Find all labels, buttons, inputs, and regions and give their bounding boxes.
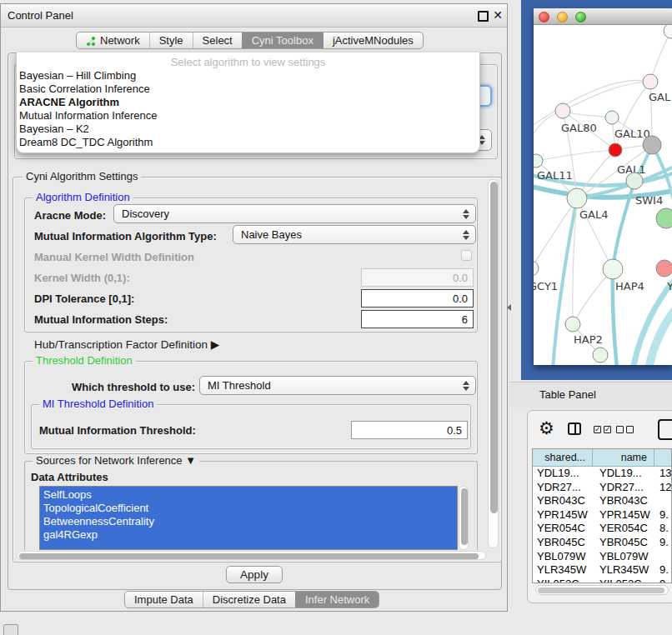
tab-network[interactable]: Network <box>77 32 149 48</box>
table-row[interactable]: YLR345WYLR345W9. <box>533 563 671 578</box>
algorithm-option[interactable]: Mutual Information Inference <box>17 109 479 122</box>
network-node-label: GAL80 <box>561 122 597 134</box>
data-attributes-list[interactable]: SelfLoopsTopologicalCoefficientBetweenne… <box>39 486 458 550</box>
dpi-tolerance-field[interactable]: 0.0 <box>361 289 474 308</box>
table-panel-titlebar[interactable]: Table Panel <box>509 382 672 408</box>
node-table[interactable]: shared... name YDL19...YDL19...13YDR27..… <box>532 448 672 583</box>
table-row[interactable]: YER054CYER054C8. <box>533 522 671 536</box>
network-node[interactable] <box>643 74 658 89</box>
network-node[interactable] <box>593 348 608 362</box>
apply-button[interactable]: Apply <box>226 566 283 583</box>
control-panel-titlebar[interactable]: Control Panel ✕ <box>1 4 507 28</box>
network-node-label: GAL4 <box>579 208 608 221</box>
columns-icon[interactable] <box>568 422 581 435</box>
close-traffic-light-icon[interactable] <box>539 12 549 22</box>
settings-vertical-scrollbar[interactable] <box>488 179 499 548</box>
table-row[interactable]: YDL19...YDL19...13 <box>533 467 671 481</box>
combo-arrows-icon <box>463 380 470 392</box>
network-node[interactable] <box>534 154 543 168</box>
network-node[interactable] <box>643 136 661 154</box>
network-window-titlebar[interactable] <box>534 8 672 25</box>
select-all-checkbox-icon[interactable]: ✓ <box>604 426 611 433</box>
network-node[interactable] <box>565 317 580 332</box>
tab-infer-network[interactable]: Infer Network <box>295 592 379 608</box>
network-node[interactable] <box>555 103 570 118</box>
tab-style[interactable]: Style <box>149 32 193 48</box>
column-header-shared-name[interactable]: shared... <box>533 449 593 466</box>
select-all-checkbox-icon[interactable]: ✓ <box>594 426 601 433</box>
collapse-down-icon[interactable]: ▼ <box>185 454 196 467</box>
tab-discretize-data[interactable]: Discretize Data <box>203 592 295 608</box>
table-cell: 9. <box>654 563 671 578</box>
mi-steps-label: Mutual Information Steps: <box>34 313 168 326</box>
mi-algorithm-type-combo[interactable]: Naive Bayes <box>233 225 476 244</box>
kernel-width-field[interactable]: 0.0 <box>361 268 474 287</box>
network-node[interactable] <box>603 259 623 279</box>
network-node[interactable] <box>664 25 672 38</box>
network-node-label: HAP4 <box>615 280 644 292</box>
table-cell: YBR043C <box>593 494 654 508</box>
table-horizontal-scrollbar[interactable] <box>535 585 669 595</box>
algorithm-option[interactable]: Bayesian – Hill Climbing <box>17 69 479 82</box>
table-horizontal-scrollbar-thumb[interactable] <box>538 588 664 593</box>
network-node[interactable] <box>534 261 539 276</box>
settings-horizontal-scrollbar-thumb[interactable] <box>19 553 479 559</box>
tab-cyni-toolbox[interactable]: Cyni Toolbox <box>242 32 323 48</box>
network-node[interactable] <box>605 111 619 124</box>
table-panel-title: Table Panel <box>539 388 596 401</box>
hub-definition-toggle[interactable]: Hub/Transcription Factor Definition ▶ <box>34 338 219 351</box>
column-header-name[interactable]: name <box>593 449 654 466</box>
table-cell: YBR043C <box>533 494 593 508</box>
network-node[interactable] <box>609 143 622 157</box>
settings-horizontal-scrollbar[interactable] <box>17 551 486 560</box>
network-node[interactable] <box>567 188 587 208</box>
mi-threshold-field[interactable]: 0.5 <box>351 421 468 439</box>
tab-jactivemnodules[interactable]: jActiveMNodules <box>323 32 423 48</box>
tab-select[interactable]: Select <box>193 32 242 48</box>
gear-icon[interactable]: ⚙ <box>539 420 554 438</box>
tab-impute-data[interactable]: Impute Data <box>125 592 203 608</box>
table-row[interactable]: YIL052CYIL052C9. <box>533 578 671 583</box>
deselect-all-checkbox-icon[interactable] <box>626 426 634 433</box>
network-canvas[interactable]: GALGAL80GAL10GAL1SWI4GAL11GAL4GCY1HAP4YH… <box>534 25 672 365</box>
network-window[interactable]: GALGAL80GAL10GAL1SWI4GAL11GAL4GCY1HAP4YH… <box>534 8 672 365</box>
network-node[interactable] <box>626 172 643 189</box>
restore-icon[interactable] <box>478 11 489 22</box>
data-attribute-item[interactable]: gal4RGexp <box>40 528 457 542</box>
minimized-panel-icon[interactable] <box>3 624 18 635</box>
sources-group-label[interactable]: Sources for Network Inference ▼ <box>33 455 199 467</box>
expand-right-icon[interactable]: ▶ <box>211 338 219 351</box>
network-node[interactable] <box>656 260 672 277</box>
close-icon[interactable]: ✕ <box>493 8 503 22</box>
table-row[interactable]: YBR045CYBR045C9. <box>533 536 671 550</box>
table-row[interactable]: YPR145WYPR145W9. <box>533 508 671 522</box>
algorithm-option[interactable]: Bayesian – K2 <box>17 122 479 136</box>
manual-kernel-width-checkbox[interactable] <box>461 250 472 261</box>
minimize-traffic-light-icon[interactable] <box>557 12 568 22</box>
column-header-extra[interactable] <box>654 449 671 466</box>
table-row[interactable]: YDR27...YDR27...12 <box>533 481 671 495</box>
data-attribute-item[interactable]: SelfLoops <box>40 488 457 502</box>
table-row[interactable]: YBR043CYBR043C <box>533 494 671 508</box>
settings-vertical-scrollbar-thumb[interactable] <box>490 182 498 513</box>
which-threshold-combo[interactable]: MI Threshold <box>199 376 476 395</box>
algorithm-option[interactable]: ARACNE Algorithm <box>17 96 479 109</box>
mi-steps-field[interactable]: 6 <box>361 310 474 328</box>
data-attribute-item[interactable]: BetweennessCentrality <box>40 515 457 528</box>
algorithm-option[interactable]: Dream8 DC_TDC Algorithm <box>17 136 479 149</box>
deselect-all-checkbox-icon[interactable] <box>616 426 624 433</box>
attributes-scrollbar[interactable] <box>459 486 469 550</box>
zoom-traffic-light-icon[interactable] <box>575 12 586 22</box>
network-node[interactable] <box>656 208 672 228</box>
panel-mode-icon[interactable] <box>658 419 672 440</box>
aracne-mode-combo[interactable]: Discovery <box>113 204 476 223</box>
network-icon <box>86 35 97 46</box>
attributes-scrollbar-thumb[interactable] <box>461 488 468 545</box>
algorithm-option[interactable]: Basic Correlation Inference <box>17 82 479 96</box>
splitter-handle-icon[interactable] <box>507 304 511 311</box>
network-node-label: GAL <box>649 91 671 103</box>
table-cell: YBL079W <box>593 550 654 564</box>
data-attribute-item[interactable]: TopologicalCoefficient <box>40 502 457 515</box>
table-cell: YIL052C <box>593 578 654 583</box>
table-row[interactable]: YBL079WYBL079W <box>533 550 671 564</box>
